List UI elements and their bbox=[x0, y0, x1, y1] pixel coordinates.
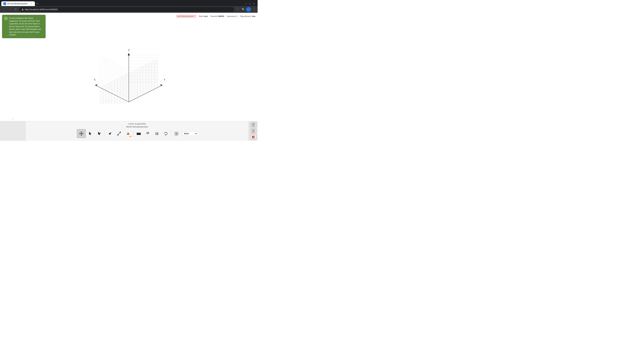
page-content: i Du bist erfolgreich dem Raum beigetret… bbox=[0, 13, 258, 141]
exp-badge: EXP bbox=[129, 136, 132, 137]
svg-rect-76 bbox=[118, 134, 118, 135]
color-selector-wrapper: Black Red Green Blue Yellow White bbox=[182, 131, 198, 136]
import-tool-button[interactable] bbox=[172, 129, 181, 138]
role-label: Role: Host bbox=[199, 15, 208, 17]
bookmark-icon[interactable]: ☆ bbox=[236, 7, 240, 12]
info-banner: i Du bist erfolgreich dem Raum beigetret… bbox=[2, 15, 46, 38]
export-down-button[interactable] bbox=[250, 129, 256, 133]
tab-title: 3D-Koordinatensystem bbox=[7, 2, 29, 5]
svg-line-4 bbox=[98, 61, 129, 76]
bottom-main: nichts ausgewählt Aktuell: Bewegungsmodu… bbox=[26, 121, 248, 141]
svg-line-8 bbox=[98, 73, 129, 88]
z-axis-label: Z bbox=[128, 49, 130, 51]
y-axis-label: Y bbox=[164, 78, 165, 81]
header-info: Role: Host RoomId: 948920 Usercount: 1 P… bbox=[176, 15, 256, 18]
rotate-reset-tool-button[interactable] bbox=[161, 129, 170, 138]
search-icon[interactable]: 🔍 bbox=[241, 7, 246, 12]
svg-line-6 bbox=[98, 67, 129, 82]
svg-point-72 bbox=[109, 133, 111, 135]
delete-button[interactable] bbox=[250, 135, 256, 139]
bottom-right-panel bbox=[248, 121, 258, 141]
active-tab[interactable]: 3 3D-Koordinatensystem × bbox=[1, 1, 35, 6]
move-tool-button[interactable] bbox=[77, 129, 86, 138]
minimize-button[interactable]: — bbox=[245, 3, 247, 5]
tab-favicon: 3 bbox=[3, 2, 6, 5]
address-right-buttons: ☆ 🔍 👤 ⋮ bbox=[236, 7, 256, 12]
back-button[interactable]: ← bbox=[1, 7, 6, 12]
url-text: http://localhost:3000/room/948920 bbox=[25, 8, 58, 11]
add-edge-tool-button[interactable] bbox=[114, 129, 124, 138]
rotate-set-tool-button[interactable] bbox=[143, 129, 152, 138]
lock-icon: 🔒 bbox=[22, 8, 24, 10]
toolbar-row: EXP bbox=[77, 129, 198, 138]
url-bar[interactable]: 🔒 http://localhost:3000/room/948920 bbox=[20, 7, 234, 12]
profile-button[interactable]: 👤 bbox=[246, 7, 251, 12]
separator-3 bbox=[171, 130, 171, 137]
fill-tool-button[interactable] bbox=[134, 129, 143, 138]
reload-button[interactable]: ⟳ bbox=[14, 7, 18, 12]
status-text: nichts ausgewählt bbox=[128, 122, 146, 125]
restore-button[interactable]: ◻ bbox=[249, 3, 251, 5]
forward-button[interactable]: → bbox=[8, 7, 12, 12]
svg-line-7 bbox=[98, 70, 129, 85]
address-bar: ← → ⟳ 🔒 http://localhost:3000/room/94892… bbox=[0, 6, 258, 13]
window-controls: — ◻ ✕ bbox=[245, 3, 256, 5]
info-text: Du bist erfolgreich dem Raum beigetreten… bbox=[9, 17, 43, 36]
x-axis-label: X bbox=[94, 78, 96, 81]
svg-text:3: 3 bbox=[4, 3, 5, 5]
svg-text:SET: SET bbox=[156, 133, 159, 135]
info-icon: i bbox=[4, 17, 8, 20]
svg-line-3 bbox=[98, 58, 129, 73]
select-add-tool-button[interactable] bbox=[95, 129, 104, 138]
usercount: Usercount: 1 bbox=[227, 15, 237, 17]
ping: Ping (Server): 2ms bbox=[240, 15, 256, 17]
svg-line-66 bbox=[129, 85, 162, 102]
scale-set-tool-button[interactable]: SET bbox=[152, 129, 161, 138]
collapse-arrow[interactable]: ⌃ bbox=[10, 118, 15, 121]
svg-line-2 bbox=[98, 55, 129, 70]
browser-chrome: 3 3D-Koordinatensystem × + — ◻ ✕ ← → ⟳ 🔒… bbox=[0, 0, 258, 13]
svg-marker-69 bbox=[128, 53, 130, 55]
separator-2 bbox=[133, 130, 134, 137]
select-tool-button[interactable] bbox=[86, 129, 95, 138]
bottom-left-panel bbox=[0, 121, 26, 141]
tab-bar: 3 3D-Koordinatensystem × + — ◻ ✕ bbox=[0, 0, 258, 6]
tab-close-icon[interactable]: × bbox=[30, 2, 33, 5]
close-button[interactable]: ✕ bbox=[253, 3, 255, 5]
svg-line-5 bbox=[98, 64, 129, 79]
svg-marker-67 bbox=[160, 84, 162, 86]
export-up-button[interactable] bbox=[250, 122, 256, 127]
menu-icon[interactable]: ⋮ bbox=[252, 7, 256, 12]
bottom-area: nichts ausgewählt Aktuell: Bewegungsmodu… bbox=[0, 121, 258, 141]
new-tab-button[interactable]: + bbox=[35, 1, 40, 6]
color-select[interactable]: Black Red Green Blue Yellow White bbox=[182, 131, 198, 136]
svg-rect-77 bbox=[120, 132, 121, 133]
svg-marker-65 bbox=[95, 84, 97, 86]
svg-rect-78 bbox=[137, 133, 141, 135]
mode-text: Aktuell: Bewegungsmodus bbox=[126, 126, 148, 128]
coordinate-system-svg: X Y Z bbox=[85, 30, 172, 104]
add-point-tool-button[interactable] bbox=[106, 129, 114, 138]
room-id: RoomId: 948920 bbox=[210, 15, 224, 17]
add-triangle-tool-button[interactable]: EXP bbox=[124, 129, 133, 138]
username-input[interactable] bbox=[176, 15, 196, 18]
